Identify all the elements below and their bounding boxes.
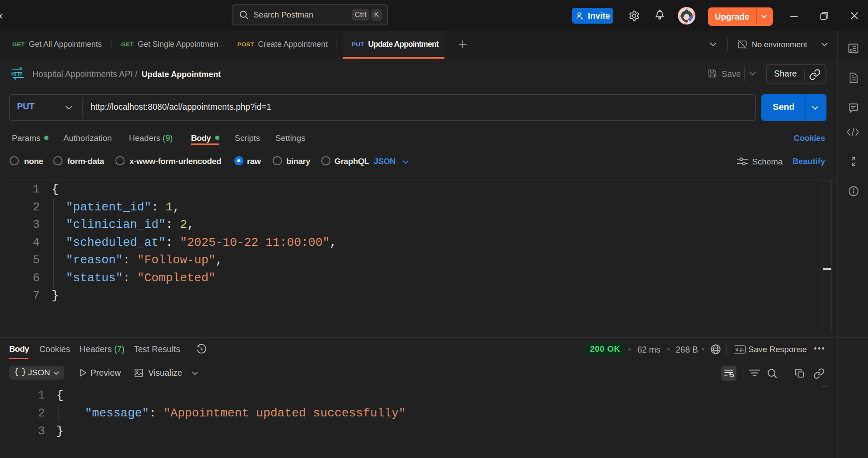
svg-text:HTTP: HTTP [11, 72, 23, 77]
svg-text:x: x [850, 47, 852, 52]
